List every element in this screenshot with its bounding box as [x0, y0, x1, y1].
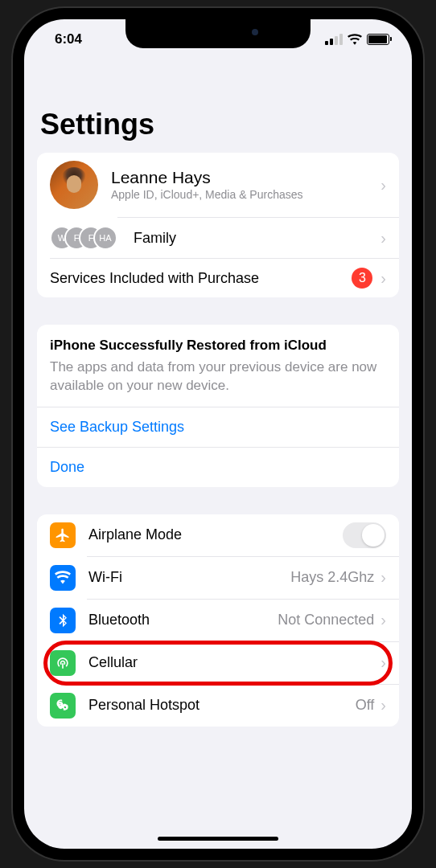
hotspot-label: Personal Hotspot	[88, 697, 356, 714]
airplane-toggle[interactable]	[343, 522, 386, 548]
wifi-settings-icon	[50, 565, 76, 591]
cellular-signal-icon	[325, 34, 343, 45]
services-label: Services Included with Purchase	[50, 270, 352, 287]
chevron-right-icon: ›	[380, 611, 386, 629]
done-link[interactable]: Done	[37, 448, 399, 487]
hotspot-value: Off	[356, 697, 375, 714]
cellular-row[interactable]: Cellular ›	[37, 642, 399, 684]
bluetooth-value: Not Connected	[278, 612, 374, 628]
profile-card: Leanne Hays Apple ID, iCloud+, Media & P…	[37, 153, 399, 297]
connectivity-card: Airplane Mode Wi-Fi Hays 2.4Ghz ›	[37, 514, 399, 727]
home-indicator[interactable]	[158, 837, 278, 841]
services-badge: 3	[352, 268, 372, 289]
bluetooth-label: Bluetooth	[88, 612, 278, 628]
services-row[interactable]: Services Included with Purchase 3 ›	[37, 259, 399, 297]
cellular-label: Cellular	[88, 654, 380, 671]
profile-subtitle: Apple ID, iCloud+, Media & Purchases	[111, 187, 380, 202]
chevron-right-icon: ›	[380, 269, 386, 288]
hotspot-icon	[50, 693, 76, 719]
family-avatars: W F F HA	[50, 226, 117, 250]
bluetooth-icon	[50, 608, 76, 633]
chevron-right-icon: ›	[380, 653, 386, 672]
phone-inner: 6:04 Settings Leanne Hays Apple ID, iClo…	[21, 16, 415, 852]
wifi-icon	[348, 34, 362, 45]
chevron-right-icon: ›	[380, 176, 386, 194]
bluetooth-row[interactable]: Bluetooth Not Connected ›	[37, 600, 399, 641]
family-label: Family	[134, 230, 380, 247]
wifi-label: Wi-Fi	[88, 569, 290, 586]
wifi-value: Hays 2.4Ghz	[290, 569, 374, 586]
chevron-right-icon: ›	[380, 696, 386, 714]
wifi-row[interactable]: Wi-Fi Hays 2.4Ghz ›	[37, 557, 399, 599]
apple-id-row[interactable]: Leanne Hays Apple ID, iCloud+, Media & P…	[37, 153, 399, 217]
chevron-right-icon: ›	[380, 229, 386, 248]
avatar	[50, 161, 98, 209]
screen: 6:04 Settings Leanne Hays Apple ID, iClo…	[24, 19, 412, 849]
backup-settings-link[interactable]: See Backup Settings	[37, 407, 399, 447]
restore-card: iPhone Successfully Restored from iCloud…	[37, 325, 399, 487]
chevron-right-icon: ›	[380, 568, 386, 587]
cellular-icon	[50, 650, 76, 676]
airplane-icon	[50, 522, 76, 548]
battery-icon	[367, 34, 389, 45]
restore-title: iPhone Successfully Restored from iCloud	[50, 338, 386, 354]
airplane-mode-row[interactable]: Airplane Mode	[37, 514, 399, 556]
airplane-label: Airplane Mode	[88, 526, 343, 543]
restore-body: The apps and data from your previous dev…	[50, 358, 386, 395]
profile-name: Leanne Hays	[111, 168, 380, 187]
phone-frame: 6:04 Settings Leanne Hays Apple ID, iClo…	[13, 8, 423, 860]
notch	[125, 19, 311, 48]
family-row[interactable]: W F F HA Family ›	[37, 218, 399, 258]
page-title: Settings	[37, 59, 399, 153]
hotspot-row[interactable]: Personal Hotspot Off ›	[37, 685, 399, 727]
